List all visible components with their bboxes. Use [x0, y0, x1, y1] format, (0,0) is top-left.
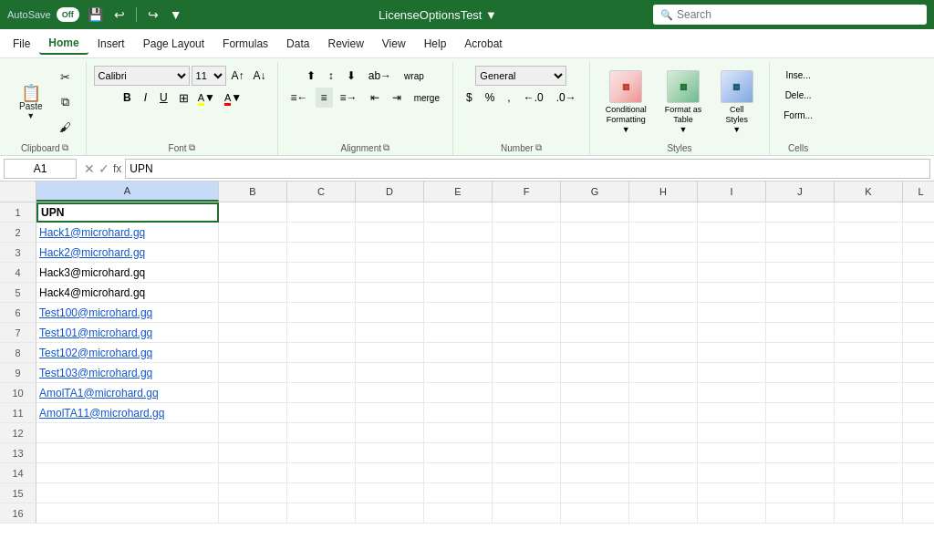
insert-function-icon[interactable]: fx	[113, 162, 121, 175]
cell[interactable]	[36, 503, 219, 524]
row-number[interactable]: 7	[0, 323, 36, 343]
cell-styles-button[interactable]: ▦ CellStyles ▼	[711, 66, 762, 139]
cell[interactable]	[287, 243, 356, 263]
cell[interactable]	[424, 443, 493, 463]
cell[interactable]	[903, 263, 934, 283]
cell[interactable]	[629, 343, 698, 363]
cell[interactable]	[698, 343, 766, 363]
row-number[interactable]: 9	[0, 363, 36, 383]
cell[interactable]	[903, 483, 934, 503]
menu-view[interactable]: View	[373, 34, 415, 54]
cell[interactable]	[561, 303, 629, 323]
cell[interactable]: Hack1@microhard.gq	[36, 223, 219, 243]
col-header-J[interactable]: J	[766, 181, 835, 202]
cell[interactable]	[766, 503, 835, 524]
cell[interactable]	[493, 403, 561, 423]
cell[interactable]	[424, 223, 493, 243]
cancel-formula-icon[interactable]: ✕	[84, 161, 95, 176]
row-number[interactable]: 16	[0, 503, 36, 524]
cell[interactable]	[766, 463, 835, 483]
cell[interactable]	[629, 323, 698, 343]
cell[interactable]	[219, 303, 287, 323]
increase-indent-btn[interactable]: ⇥	[387, 88, 407, 108]
paste-button[interactable]: 📋 Paste ▼	[11, 80, 51, 125]
cell[interactable]	[766, 223, 835, 243]
cell[interactable]	[287, 303, 356, 323]
dropdown-icon[interactable]: ▼	[167, 5, 185, 24]
cell[interactable]	[766, 403, 835, 423]
row-number[interactable]: 1	[0, 202, 36, 223]
cell[interactable]	[835, 343, 903, 363]
cell[interactable]	[903, 223, 934, 243]
copy-button[interactable]: ⧉	[53, 90, 78, 114]
save-icon[interactable]: 💾	[85, 5, 106, 24]
font-expand-icon[interactable]: ⧉	[189, 142, 195, 153]
cell[interactable]	[835, 363, 903, 383]
cell[interactable]	[766, 263, 835, 283]
col-header-E[interactable]: E	[424, 181, 493, 202]
border-btn[interactable]: ⊞	[175, 89, 192, 107]
font-color-btn[interactable]: A▼	[221, 89, 245, 106]
cell[interactable]	[561, 383, 629, 403]
row-number[interactable]: 3	[0, 243, 36, 263]
cell[interactable]	[835, 403, 903, 423]
percent-btn[interactable]: %	[480, 88, 501, 108]
col-header-B[interactable]: B	[219, 181, 287, 202]
cell[interactable]	[835, 443, 903, 463]
cell[interactable]	[835, 223, 903, 243]
corner-cell[interactable]	[0, 181, 36, 202]
cell[interactable]	[698, 503, 766, 524]
format-button[interactable]: Form...	[777, 106, 819, 124]
autosave-toggle[interactable]: Off	[57, 7, 79, 22]
cell[interactable]	[356, 363, 424, 383]
cell[interactable]	[903, 363, 934, 383]
cell[interactable]	[835, 323, 903, 343]
cell[interactable]	[698, 403, 766, 423]
row-number[interactable]: 4	[0, 263, 36, 283]
cell[interactable]	[629, 483, 698, 503]
cell[interactable]	[356, 263, 424, 283]
cell[interactable]	[629, 443, 698, 463]
cell[interactable]	[903, 303, 934, 323]
cell[interactable]	[629, 403, 698, 423]
middle-align-btn[interactable]: ↕	[323, 66, 339, 86]
cell-styles-arrow[interactable]: ▼	[732, 125, 741, 134]
cell[interactable]	[493, 443, 561, 463]
undo-icon[interactable]: ↩	[111, 5, 128, 24]
cell[interactable]	[561, 363, 629, 383]
cell[interactable]	[561, 403, 629, 423]
increase-font-size[interactable]: A↑	[228, 66, 248, 86]
cell[interactable]	[36, 423, 219, 443]
menu-insert[interactable]: Insert	[88, 34, 134, 54]
menu-formulas[interactable]: Formulas	[213, 34, 277, 54]
cell[interactable]	[629, 383, 698, 403]
cell[interactable]	[698, 383, 766, 403]
cell[interactable]	[356, 323, 424, 343]
cell[interactable]	[219, 443, 287, 463]
cell[interactable]	[903, 243, 934, 263]
cell[interactable]	[424, 383, 493, 403]
col-header-L[interactable]: L	[903, 181, 934, 202]
cell[interactable]	[287, 202, 356, 223]
cell[interactable]	[219, 202, 287, 223]
col-header-D[interactable]: D	[356, 181, 424, 202]
conditional-formatting-button[interactable]: ▦ ConditionalFormatting ▼	[597, 66, 655, 139]
cell[interactable]	[287, 323, 356, 343]
menu-help[interactable]: Help	[415, 34, 456, 54]
cell[interactable]: Hack3@microhard.gq	[36, 263, 219, 283]
cell[interactable]	[766, 283, 835, 303]
underline-button[interactable]: U	[154, 88, 173, 108]
cell[interactable]	[629, 202, 698, 223]
cell[interactable]	[766, 303, 835, 323]
cell[interactable]	[424, 363, 493, 383]
cell[interactable]	[36, 443, 219, 463]
cell[interactable]	[835, 243, 903, 263]
cell[interactable]	[287, 383, 356, 403]
row-number[interactable]: 8	[0, 343, 36, 363]
cell[interactable]	[561, 443, 629, 463]
cell[interactable]	[903, 463, 934, 483]
cell[interactable]	[287, 263, 356, 283]
cell[interactable]	[835, 483, 903, 503]
cell[interactable]	[835, 503, 903, 524]
cell[interactable]	[219, 463, 287, 483]
